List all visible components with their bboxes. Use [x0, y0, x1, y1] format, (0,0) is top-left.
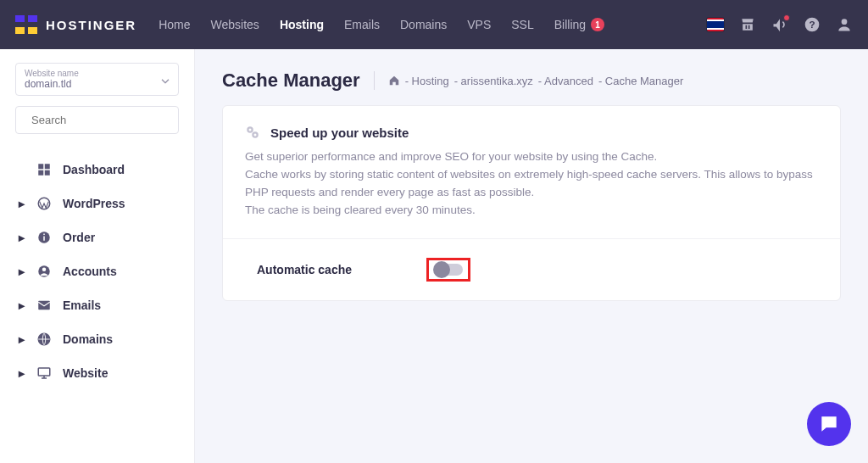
svg-rect-10	[43, 237, 45, 241]
sidebar-item-label: Accounts	[63, 265, 117, 278]
svg-rect-5	[45, 164, 50, 169]
svg-rect-4	[38, 164, 43, 169]
chat-button[interactable]	[807, 402, 851, 446]
nav-emails[interactable]: Emails	[344, 18, 380, 31]
logo[interactable]: HOSTINGER	[15, 15, 136, 34]
chevron-down-icon	[161, 78, 170, 83]
sidebar-item-wordpress[interactable]: ▸ WordPress	[15, 187, 179, 220]
mail-icon	[36, 297, 53, 314]
page-header: Cache Manager - Hosting - arissentika.xy…	[222, 70, 841, 92]
globe-icon	[36, 331, 53, 348]
topbar-actions: ?	[707, 16, 853, 33]
card-p1: Get superior performance and improve SEO…	[245, 148, 818, 166]
dashboard-icon	[36, 161, 53, 178]
sidebar-item-label: WordPress	[63, 197, 125, 210]
nav-websites[interactable]: Websites	[211, 18, 259, 31]
chat-icon	[818, 413, 840, 435]
svg-point-13	[42, 268, 47, 272]
nav-billing[interactable]: Billing 1	[554, 18, 604, 31]
language-flag-icon[interactable]	[707, 16, 724, 33]
svg-rect-11	[43, 234, 45, 236]
svg-rect-14	[38, 301, 50, 310]
nav-domains[interactable]: Domains	[400, 18, 447, 31]
search-input[interactable]	[31, 114, 174, 126]
website-select[interactable]: Website name domain.tld	[15, 63, 179, 96]
crumb-hosting[interactable]: - Hosting	[405, 75, 449, 87]
nav-hosting[interactable]: Hosting	[280, 18, 324, 31]
svg-point-20	[254, 134, 257, 137]
toggle-label: Automatic cache	[257, 263, 352, 276]
website-select-value: domain.tld	[25, 78, 170, 90]
home-icon[interactable]	[388, 75, 400, 86]
nav-billing-label: Billing	[554, 18, 586, 31]
nav-ssl[interactable]: SSL	[511, 18, 533, 31]
top-nav: Home Websites Hosting Emails Domains VPS…	[159, 18, 685, 31]
sidebar-item-label: Website	[63, 366, 108, 380]
brand-text: HOSTINGER	[46, 18, 136, 32]
svg-point-2	[842, 19, 848, 25]
info-icon	[36, 229, 53, 246]
sidebar-item-dashboard[interactable]: Dashboard	[15, 153, 179, 187]
search-box[interactable]	[15, 106, 179, 134]
sidebar: Website name domain.tld Dashboard ▸ Word…	[0, 49, 195, 463]
automatic-cache-toggle[interactable]	[434, 264, 463, 276]
sidebar-item-label: Domains	[63, 332, 113, 346]
logo-mark-icon	[15, 15, 37, 34]
topbar: HOSTINGER Home Websites Hosting Emails D…	[0, 0, 868, 49]
sidebar-item-website[interactable]: ▸ Website	[15, 356, 179, 390]
toggle-highlight	[426, 258, 470, 282]
cache-card: Speed up your website Get superior perfo…	[222, 105, 841, 301]
card-p3: The cache is being cleared every 30 minu…	[245, 202, 818, 220]
billing-badge: 1	[591, 18, 604, 31]
website-select-label: Website name	[25, 69, 170, 78]
monitor-icon	[36, 365, 53, 382]
page-title: Cache Manager	[222, 70, 360, 92]
sidebar-item-accounts[interactable]: ▸ Accounts	[15, 254, 179, 288]
sidebar-item-label: Emails	[63, 298, 101, 312]
sidebar-item-label: Dashboard	[63, 163, 125, 176]
crumb-current: - Cache Manager	[598, 75, 683, 87]
person-icon	[36, 263, 53, 280]
store-icon[interactable]	[739, 16, 756, 33]
crumb-advanced[interactable]: - Advanced	[538, 75, 593, 87]
account-icon[interactable]	[836, 16, 853, 33]
help-icon[interactable]: ?	[804, 16, 821, 33]
sidebar-item-domains[interactable]: ▸ Domains	[15, 322, 179, 356]
nav-home[interactable]: Home	[159, 18, 190, 31]
svg-rect-7	[45, 170, 50, 176]
nav-vps[interactable]: VPS	[467, 18, 491, 31]
card-p2: Cache works by storing static content of…	[245, 166, 818, 202]
sidebar-item-label: Order	[63, 231, 95, 244]
content: Cache Manager - Hosting - arissentika.xy…	[195, 49, 868, 463]
sidebar-item-emails[interactable]: ▸ Emails	[15, 288, 179, 322]
gears-icon	[245, 125, 260, 140]
notification-dot-icon	[783, 14, 790, 21]
sidebar-item-order[interactable]: ▸ Order	[15, 220, 179, 254]
wordpress-icon	[36, 195, 53, 212]
breadcrumb: - Hosting - arissentika.xyz - Advanced -…	[388, 75, 684, 87]
svg-rect-16	[38, 368, 50, 376]
svg-text:?: ?	[809, 19, 815, 30]
crumb-domain[interactable]: - arissentika.xyz	[454, 75, 533, 87]
notifications-icon[interactable]	[771, 16, 788, 33]
svg-point-19	[249, 129, 252, 131]
svg-rect-6	[38, 170, 43, 176]
card-title-text: Speed up your website	[270, 126, 409, 140]
